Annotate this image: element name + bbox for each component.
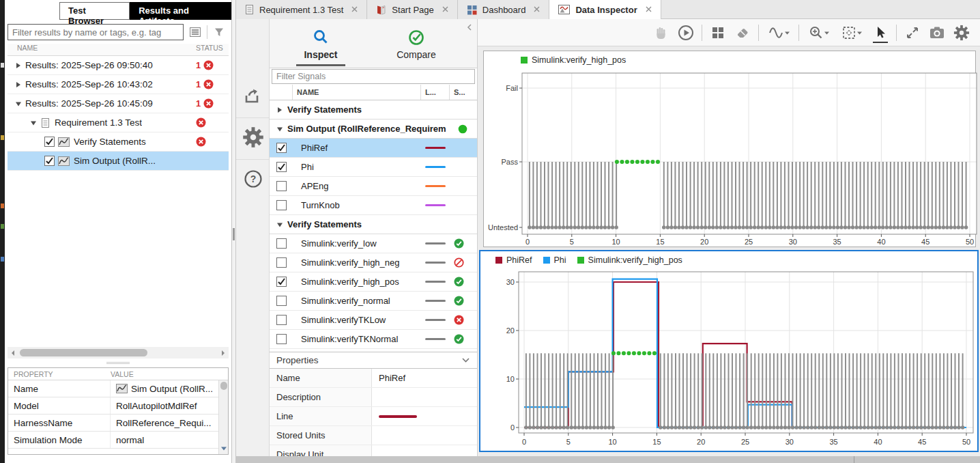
expand-button[interactable] [904,24,921,42]
row-checkbox[interactable] [44,137,55,147]
close-icon[interactable] [533,5,541,15]
fit-view-button[interactable] [839,24,865,42]
hand-button [652,24,670,42]
close-icon[interactable] [645,5,652,15]
horizontal-scrollbar[interactable] [8,347,229,359]
settings-button[interactable] [241,125,265,150]
tree-row-label: Sim Output (RollR... [74,156,156,166]
property-name: HarnessName [8,415,111,431]
chevron-expanded-icon[interactable] [275,221,285,229]
tab-test-browser[interactable]: Test Browser [59,2,130,20]
signal-group-row[interactable]: Verify Statements [270,215,477,234]
signal-checkbox[interactable] [276,257,287,268]
tree-row[interactable]: Requirement 1.3 Test [8,113,229,132]
results-filter-input[interactable] [8,24,184,40]
scrollbar-thumb[interactable] [220,382,227,390]
doc-tab-dashboard[interactable]: Dashboard [458,0,550,19]
chart-legend: PhiRefPhiSimulink:verify_high_pos [480,251,977,269]
signal-checkbox[interactable] [276,334,287,344]
eraser-button[interactable] [734,24,751,42]
column-header-status: S... [450,85,477,100]
signal-row-simulink-verify-normal[interactable]: Simulink:verify_normal [270,292,477,311]
collapse-panel-icon[interactable] [466,23,473,33]
signal-row-simulink-verifytklow[interactable]: Simulink:verifyTKLow [270,311,477,330]
scrollbar-track[interactable] [18,348,218,357]
property-row[interactable]: NameSim Output (RollR... [8,380,228,397]
verify-status-plot[interactable]: FailPassUntested05101520253035404550 [484,69,978,248]
tree-row[interactable]: Results: 2025-Sep-26 09:50:401 [8,56,229,75]
signal-checkbox[interactable] [276,200,287,210]
doc-tab-start-page[interactable]: Start Page [367,0,457,19]
camera-button[interactable] [928,24,946,42]
tree-row[interactable]: Sim Output (RollR... [8,152,229,171]
signal-property-row[interactable]: Stored Units [270,426,477,445]
signal-checkbox[interactable] [276,143,287,153]
signal-filter-input[interactable] [272,69,475,84]
chevron-collapsed-icon[interactable] [14,81,23,89]
doc-tab-requirement-1-3-test[interactable]: Requirement 1.3 Test [236,0,367,19]
layout-grid-button[interactable] [709,24,727,42]
tree-row[interactable]: Results: 2025-Sep-26 10:43:021 [8,75,229,94]
tree-row[interactable]: Results: 2025-Sep-26 10:45:091 [8,94,229,113]
property-row[interactable]: Simulation Modenormal [8,432,228,449]
tab-inspect[interactable]: Inspect [283,23,358,66]
signal-row-turnknob[interactable]: TurnKnob [270,196,477,215]
chevron-expanded-icon[interactable] [29,119,38,127]
properties-section-header[interactable]: Properties [270,352,477,369]
gear-button[interactable] [953,24,970,42]
chevron-collapsed-icon[interactable] [275,106,285,114]
property-name: Stored Units [270,426,372,445]
signal-checkbox[interactable] [276,162,287,172]
signal-group-row[interactable]: Sim Output (RollReference_Requirem [270,120,477,139]
signal-row-simulink-verify-high-pos[interactable]: Simulink:verify_high_pos [270,272,477,292]
resize-grip[interactable] [233,228,235,240]
help-button[interactable]: ? [241,167,265,191]
property-row[interactable]: HarnessNameRollReference_Requi... [8,415,228,432]
chevron-expanded-icon[interactable] [14,100,23,108]
signal-property-row[interactable]: Description [270,388,477,407]
panel-splitter-handle[interactable] [106,362,130,364]
row-checkbox[interactable] [44,156,55,166]
doc-tab-data-inspector[interactable]: Data Inspector [549,0,661,19]
list-view-icon[interactable] [188,25,203,40]
scroll-right-icon[interactable] [218,347,229,359]
signal-row-simulink-verifytknormal[interactable]: Simulink:verifyTKNormal [270,330,477,349]
scroll-left-icon[interactable] [8,347,18,359]
scroll-down-icon[interactable] [220,443,227,453]
vertical-scrollbar[interactable] [218,380,228,454]
background-window-fragment [1,257,4,262]
signal-row-simulink-verify-low[interactable]: Simulink:verify_low [270,234,477,253]
signals-plot[interactable]: 010203005101520253035404550 [480,269,975,451]
tab-results-and-artifacts[interactable]: Results and Artifacts [130,2,231,20]
signal-property-row[interactable]: Display Unit [270,445,477,456]
tab-compare[interactable]: Compare [379,23,454,64]
signal-checkbox[interactable] [276,238,287,249]
zoom-in-button[interactable] [806,24,832,42]
play-button[interactable] [677,24,695,42]
scrollbar-thumb[interactable] [20,349,147,356]
verify-status-chart[interactable]: Simulink:verify_high_pos FailPassUnteste… [483,51,976,247]
export-button[interactable] [241,84,265,109]
signal-row-phiref[interactable]: PhiRef [270,139,477,158]
close-icon[interactable] [351,5,358,15]
chevron-expanded-icon[interactable] [275,125,285,133]
signal-property-row[interactable]: Line [270,407,477,426]
signal-checkbox[interactable] [276,181,287,191]
signal-group-row[interactable]: Verify Statements [270,100,477,120]
signal-checkbox[interactable] [276,296,287,306]
signal-row-phi[interactable]: Phi [270,158,477,177]
signal-row-simulink-verify-high-neg[interactable]: Simulink:verify_high_neg [270,253,477,272]
signal-property-row[interactable]: NamePhiRef [270,369,477,388]
filter-funnel-icon[interactable] [212,25,227,40]
tree-row[interactable]: Verify Statements [8,132,229,152]
signals-chart-selected[interactable]: PhiRefPhiSimulink:verify_high_pos 010203… [479,250,979,452]
fail-status-icon [454,315,464,325]
signal-row-apeng[interactable]: APEng [270,177,477,196]
signal-checkbox[interactable] [276,277,287,287]
close-icon[interactable] [442,5,449,15]
cursor-button[interactable] [871,24,889,42]
signal-checkbox[interactable] [276,315,287,325]
property-row[interactable]: ModelRollAutopilotMdlRef [8,397,228,415]
signal-wave-button[interactable] [766,24,792,42]
chevron-collapsed-icon[interactable] [14,61,23,70]
